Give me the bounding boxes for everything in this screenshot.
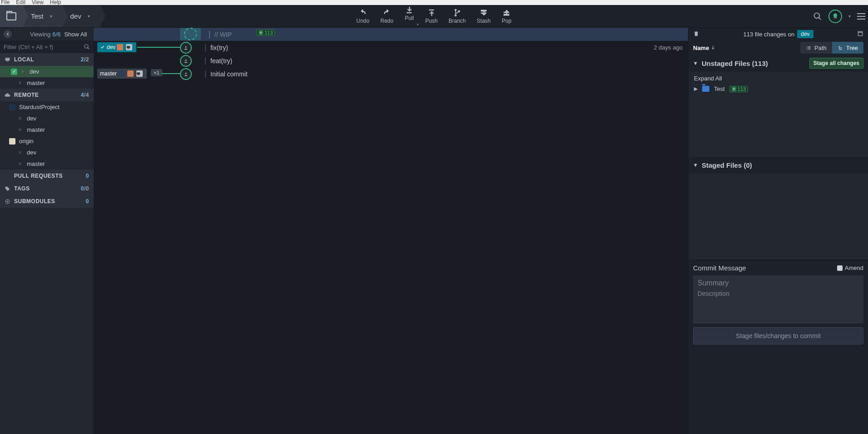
svg-point-1: [7, 200, 8, 202]
check-icon: [100, 45, 105, 50]
stash-button[interactable]: Stash: [477, 9, 491, 24]
commit-message: feat(try): [210, 57, 232, 65]
tags-count-a: 0: [81, 185, 84, 192]
breadcrumb-branch[interactable]: dev ▾: [62, 5, 100, 27]
menu-file[interactable]: File: [1, 0, 10, 5]
remote-count-a: 4: [81, 92, 84, 98]
remote-origin-master-label: master: [27, 160, 45, 167]
folder-icon: [702, 86, 709, 92]
sidebar-section-tags[interactable]: TAGS 0/0: [0, 182, 94, 195]
view-mode-tree-label: Tree: [846, 45, 858, 51]
sidebar-remote-stardust[interactable]: StardustProject: [0, 101, 94, 113]
branch-tag-dev[interactable]: dev: [97, 42, 136, 52]
stage-all-button[interactable]: Stage all changes: [809, 58, 863, 69]
breadcrumb-repo[interactable]: Test ▾: [23, 5, 62, 27]
commit-button[interactable]: Stage files/changes to commit: [693, 327, 863, 344]
unstaged-file-list: Expand All ▶ Test +113: [688, 71, 868, 157]
app-toolbar: Test ▾ dev ▾ Undo Redo Pull ▾ Push Branc…: [0, 5, 868, 28]
discard-all-button[interactable]: [693, 30, 699, 38]
breadcrumb-branch-label: dev: [70, 12, 81, 20]
sidebar-section-remote[interactable]: REMOTE 4/4: [0, 89, 94, 101]
unstaged-title: Unstaged Files (113): [702, 60, 768, 67]
caret-down-icon: ▼: [693, 162, 698, 168]
commit-row[interactable]: dev fix(try) 2 days ago: [94, 41, 688, 54]
redo-label: Redo: [380, 18, 394, 24]
unstaged-folder-row[interactable]: ▶ Test +113: [693, 84, 863, 94]
show-all-button[interactable]: Show All: [64, 31, 87, 38]
undo-button[interactable]: Undo: [356, 9, 369, 24]
redo-icon: [382, 9, 392, 17]
menu-help[interactable]: Help: [50, 0, 61, 5]
sidebar-section-local[interactable]: LOCAL 2/2: [0, 53, 94, 66]
tag-icon: [5, 186, 10, 192]
branch-more-count[interactable]: +1: [151, 69, 162, 76]
sidebar-filter[interactable]: Filter (Ctrl + Alt + f): [0, 40, 94, 53]
sidebar-section-remote-title: REMOTE: [14, 92, 39, 98]
view-mode-tree[interactable]: Tree: [832, 42, 863, 54]
unstaged-section-header[interactable]: ▼ Unstaged Files (113) Stage all changes: [688, 55, 868, 71]
sidebar-local-master[interactable]: master: [0, 77, 94, 89]
wip-node-icon: [184, 28, 197, 40]
branch-tag-master[interactable]: master: [97, 69, 147, 79]
push-button[interactable]: Push: [425, 9, 438, 24]
expand-all-button[interactable]: Expand All: [693, 73, 863, 84]
branch-icon: [452, 9, 462, 17]
hamburger-icon[interactable]: [857, 13, 865, 20]
sidebar-local-dev-label: dev: [30, 68, 39, 75]
commit-message: fix(try): [210, 44, 228, 51]
right-panel-sort-row: Name Path Tree: [688, 40, 868, 55]
profile-button[interactable]: [828, 10, 842, 23]
amend-checkbox[interactable]: Amend: [837, 264, 863, 271]
menu-edit[interactable]: Edit: [16, 0, 25, 5]
menu-view[interactable]: View: [32, 0, 44, 5]
chevron-down-icon[interactable]: ▾: [848, 14, 851, 19]
undo-label: Undo: [356, 18, 369, 24]
plus-icon: +: [732, 87, 736, 91]
stash-label: Stash: [477, 18, 491, 24]
commit-row[interactable]: master +1 Initial commit: [94, 67, 688, 80]
commit-message-input[interactable]: Summary Description: [693, 275, 863, 324]
file-changes-label: 113 file changes on: [743, 31, 794, 38]
remote-avatar-icon: [9, 104, 15, 110]
sidebar-remote-origin[interactable]: origin: [0, 135, 94, 147]
pop-button[interactable]: Pop: [502, 9, 512, 24]
back-button[interactable]: [4, 30, 12, 38]
checkbox-icon: [837, 265, 843, 271]
view-mode-path[interactable]: Path: [800, 42, 832, 54]
squid-icon: [832, 13, 839, 20]
search-icon[interactable]: [813, 12, 822, 21]
sidebar-remote-stardust-label: StardustProject: [19, 104, 60, 110]
sidebar-remote-origin-master[interactable]: master: [0, 158, 94, 170]
amend-label: Amend: [845, 264, 863, 271]
sort-by-name[interactable]: Name: [693, 45, 717, 51]
breadcrumb-home[interactable]: [0, 5, 23, 27]
sidebar-section-pull-requests[interactable]: PULL REQUESTS 0: [0, 170, 94, 182]
branch-icon: [18, 127, 23, 132]
redo-button[interactable]: Redo: [380, 9, 394, 24]
caret-down-icon: ▼: [693, 60, 698, 66]
remote-avatar-icon: [118, 70, 125, 77]
commit-row-wip[interactable]: // WIP +113: [94, 28, 688, 41]
remote-count-b: /4: [84, 92, 89, 98]
separator: [205, 70, 206, 78]
chevron-down-icon: ▾: [88, 14, 90, 19]
sidebar-remote-origin-dev[interactable]: dev: [0, 147, 94, 158]
maximize-panel-button[interactable]: [857, 30, 863, 38]
sidebar-section-submodules[interactable]: SUBMODULES 0: [0, 195, 94, 208]
sidebar-remote-stardust-dev[interactable]: dev: [0, 113, 94, 124]
commit-node: [180, 68, 192, 80]
branch-button[interactable]: Branch: [449, 9, 466, 24]
pull-button[interactable]: Pull ▾: [404, 6, 414, 27]
left-sidebar: Viewing 6/6 Show All Filter (Ctrl + Alt …: [0, 28, 94, 434]
svg-point-3: [185, 60, 186, 61]
sidebar-remote-stardust-master[interactable]: master: [0, 124, 94, 135]
wip-change-count: +113: [256, 30, 275, 36]
remote-avatar-icon: [127, 70, 134, 77]
staged-section-header[interactable]: ▼ Staged Files (0): [688, 157, 868, 173]
push-icon: [426, 9, 436, 17]
breadcrumb: Test ▾ dev ▾: [0, 5, 100, 27]
unstaged-folder-name: Test: [714, 85, 725, 92]
commit-row[interactable]: feat(try): [94, 54, 688, 67]
plus-icon: +: [259, 30, 263, 35]
sidebar-local-dev[interactable]: ✓ dev: [0, 66, 94, 77]
